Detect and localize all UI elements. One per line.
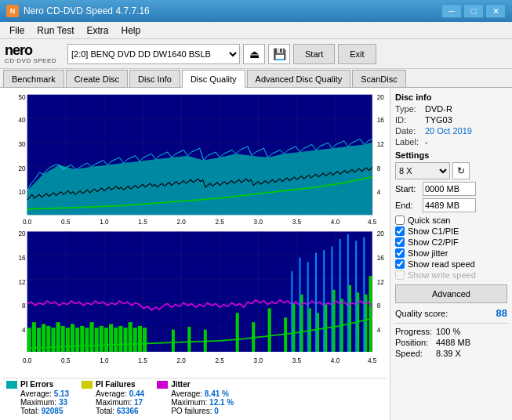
menu-extra[interactable]: Extra bbox=[80, 24, 114, 38]
window-controls: ─ □ ✕ bbox=[441, 4, 506, 18]
svg-rect-74 bbox=[172, 330, 175, 352]
svg-text:10: 10 bbox=[19, 188, 26, 197]
advanced-button[interactable]: Advanced bbox=[395, 284, 507, 303]
disc-id-value: TYG03 bbox=[425, 115, 452, 125]
pi-failures-avg-label: Average: bbox=[96, 389, 127, 398]
show-c1-pie-label: Show C1/PIE bbox=[408, 226, 459, 236]
quality-score-row: Quality score: 88 bbox=[395, 307, 507, 319]
svg-rect-71 bbox=[133, 328, 137, 352]
svg-rect-91 bbox=[369, 276, 372, 352]
titlebar-title: Nero CD-DVD Speed 4.7.7.16 bbox=[24, 5, 441, 16]
svg-text:16: 16 bbox=[377, 116, 384, 125]
save-button[interactable]: 💾 bbox=[268, 44, 290, 64]
tab-benchmark[interactable]: Benchmark bbox=[3, 70, 64, 87]
refresh-button[interactable]: ↻ bbox=[452, 162, 470, 179]
disc-label-label: Label: bbox=[395, 137, 425, 147]
show-c1-pie-checkbox[interactable] bbox=[395, 226, 405, 236]
pi-errors-color bbox=[6, 381, 17, 389]
svg-text:2.5: 2.5 bbox=[216, 357, 224, 365]
chart-area: 50 40 30 20 10 20 16 12 8 4 0.0 0.5 1.0 … bbox=[0, 88, 390, 420]
svg-text:3.5: 3.5 bbox=[292, 357, 301, 365]
svg-text:1.0: 1.0 bbox=[100, 357, 108, 365]
show-read-speed-checkbox[interactable] bbox=[395, 259, 405, 269]
svg-rect-54 bbox=[51, 328, 55, 352]
svg-rect-70 bbox=[129, 322, 133, 352]
svg-text:4: 4 bbox=[377, 188, 381, 197]
start-input[interactable] bbox=[423, 182, 476, 196]
tab-advanced-disc-quality[interactable]: Advanced Disc Quality bbox=[247, 70, 351, 87]
disc-date-label: Date: bbox=[395, 126, 425, 136]
disc-type-value: DVD-R bbox=[425, 104, 452, 114]
jitter-color bbox=[157, 381, 168, 389]
end-row: End: bbox=[395, 198, 507, 212]
pi-errors-legend: PI Errors Average: 5.13 Maximum: 33 Tota… bbox=[6, 380, 69, 415]
jitter-po-label: PO failures: bbox=[171, 407, 212, 415]
minimize-button[interactable]: ─ bbox=[441, 4, 462, 18]
pi-errors-total-label: Total: bbox=[20, 407, 39, 415]
progress-row: Progress: 100 % bbox=[395, 327, 507, 336]
right-panel: Disc info Type: DVD-R ID: TYG03 Date: 20… bbox=[390, 88, 512, 420]
maximize-button[interactable]: □ bbox=[463, 4, 484, 18]
svg-text:3.0: 3.0 bbox=[254, 357, 263, 365]
show-c2-pif-label: Show C2/PIF bbox=[408, 237, 459, 247]
svg-rect-75 bbox=[187, 327, 191, 352]
menu-help[interactable]: Help bbox=[115, 24, 147, 38]
pi-failures-color bbox=[82, 381, 93, 389]
show-write-speed-checkbox bbox=[395, 270, 405, 280]
titlebar: N Nero CD-DVD Speed 4.7.7.16 ─ □ ✕ bbox=[0, 0, 512, 22]
svg-rect-63 bbox=[95, 328, 99, 352]
disc-id-row: ID: TYG03 bbox=[395, 115, 507, 125]
pi-errors-max-label: Maximum: bbox=[20, 398, 56, 407]
tab-scandisc[interactable]: ScanDisc bbox=[352, 70, 405, 87]
svg-text:4.0: 4.0 bbox=[331, 217, 340, 226]
tab-create-disc[interactable]: Create Disc bbox=[66, 70, 128, 87]
svg-rect-57 bbox=[66, 328, 70, 352]
tab-disc-quality[interactable]: Disc Quality bbox=[182, 70, 245, 88]
jitter-po-value: 0 bbox=[214, 407, 219, 415]
jitter-legend: Jitter Average: 8.41 % Maximum: 12.1 % P… bbox=[157, 380, 234, 415]
svg-rect-77 bbox=[236, 313, 239, 352]
speed-select[interactable]: 8 X bbox=[395, 162, 450, 179]
svg-text:12: 12 bbox=[19, 277, 26, 286]
menu-file[interactable]: File bbox=[3, 24, 31, 38]
pi-failures-total-label: Total: bbox=[96, 407, 114, 415]
close-button[interactable]: ✕ bbox=[485, 4, 506, 18]
progress-label: Progress: bbox=[395, 327, 436, 336]
pi-failures-total-value: 63366 bbox=[117, 407, 139, 415]
toolbar: nero CD·DVD SPEED [2:0] BENQ DVD DD DW16… bbox=[0, 39, 512, 69]
show-c1-pie-row: Show C1/PIE bbox=[395, 226, 507, 236]
show-jitter-checkbox[interactable] bbox=[395, 248, 405, 258]
svg-text:40: 40 bbox=[19, 116, 26, 125]
jitter-max-value: 12.1 % bbox=[209, 398, 234, 407]
main-content: 50 40 30 20 10 20 16 12 8 4 0.0 0.5 1.0 … bbox=[0, 88, 512, 420]
end-input[interactable] bbox=[423, 198, 476, 212]
disc-type-label: Type: bbox=[395, 104, 425, 114]
start-button[interactable]: Start bbox=[293, 44, 335, 64]
jitter-label: Jitter bbox=[171, 380, 190, 389]
eject-button[interactable]: ⏏ bbox=[243, 44, 265, 64]
svg-text:0.0: 0.0 bbox=[23, 217, 31, 226]
svg-text:4.5: 4.5 bbox=[368, 217, 376, 226]
show-write-speed-label: Show write speed bbox=[408, 270, 476, 280]
pi-failures-max-value: 17 bbox=[134, 398, 143, 407]
disc-date-value: 20 Oct 2019 bbox=[425, 126, 472, 136]
pi-failures-legend: PI Failures Average: 0.44 Maximum: 17 To… bbox=[82, 380, 144, 415]
svg-text:1.5: 1.5 bbox=[138, 217, 147, 226]
quick-scan-checkbox[interactable] bbox=[395, 215, 405, 225]
svg-rect-67 bbox=[114, 328, 118, 352]
svg-text:20: 20 bbox=[377, 92, 384, 101]
speed-value: 8.39 X bbox=[436, 349, 461, 358]
legend-area: PI Errors Average: 5.13 Maximum: 33 Tota… bbox=[3, 378, 387, 417]
end-label: End: bbox=[395, 201, 423, 210]
tab-disc-info[interactable]: Disc Info bbox=[129, 70, 180, 87]
start-row: Start: bbox=[395, 182, 507, 196]
show-c2-pif-checkbox[interactable] bbox=[395, 237, 405, 247]
svg-text:16: 16 bbox=[377, 254, 384, 262]
svg-text:2.5: 2.5 bbox=[216, 217, 224, 226]
menu-run-test[interactable]: Run Test bbox=[31, 24, 80, 38]
drive-select[interactable]: [2:0] BENQ DVD DD DW1640 BSLB bbox=[67, 44, 240, 64]
svg-text:4: 4 bbox=[22, 326, 26, 335]
position-row: Position: 4488 MB bbox=[395, 338, 507, 347]
exit-button[interactable]: Exit bbox=[338, 44, 376, 64]
pi-errors-max-value: 33 bbox=[59, 398, 67, 407]
